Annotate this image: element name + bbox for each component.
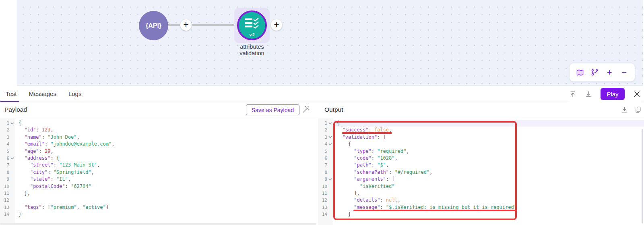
code-line[interactable]: 3 "validation": [ xyxy=(318,134,644,141)
fold-toggle-icon[interactable] xyxy=(327,178,333,181)
token: : xyxy=(372,148,377,154)
token: : xyxy=(372,155,377,161)
line-gutter: 12 xyxy=(318,197,334,204)
code-line[interactable]: 10 "isVerified" xyxy=(318,183,644,190)
token: "$.isVerified: is missing but it is requ… xyxy=(386,204,517,210)
code-line[interactable]: 2 "id": 123, xyxy=(0,127,318,133)
line-gutter: 5 xyxy=(0,148,16,155)
token: "arguments" xyxy=(354,176,386,182)
code-line[interactable]: 14 } xyxy=(318,211,644,218)
token xyxy=(336,162,354,168)
token: : xyxy=(50,176,56,182)
code-line[interactable]: 10 "postalCode": "62704" xyxy=(0,183,318,190)
line-number: 13 xyxy=(0,204,9,211)
token: , xyxy=(50,148,53,154)
token: } xyxy=(348,211,351,217)
code-line[interactable]: 6 "address": { xyxy=(0,155,318,162)
copy-icon[interactable] xyxy=(634,106,642,113)
line-gutter: 4 xyxy=(0,141,16,148)
code-line[interactable]: 1{ xyxy=(318,120,644,127)
api-node-label: {API} xyxy=(146,22,161,29)
code-line[interactable]: 2 "success": false, xyxy=(318,127,644,133)
token: }, xyxy=(24,190,30,196)
line-gutter: 6 xyxy=(318,155,334,162)
fold-toggle-icon[interactable] xyxy=(327,136,333,138)
token: , xyxy=(91,169,94,175)
code-line[interactable]: 5 "type": "required", xyxy=(318,148,644,155)
play-button[interactable]: Play xyxy=(601,88,625,100)
fold-toggle-icon[interactable] xyxy=(9,157,15,160)
line-gutter: 3 xyxy=(0,134,16,141)
fold-toggle-icon[interactable] xyxy=(327,143,333,146)
code-line[interactable]: 11 }, xyxy=(0,190,318,197)
upload-icon[interactable] xyxy=(569,90,576,98)
token: : xyxy=(45,141,50,147)
payload-code-editor[interactable]: 1{2 "id": 123,3 "name": "John Doe",4 "em… xyxy=(0,118,318,225)
token xyxy=(336,190,354,196)
git-branch-icon[interactable] xyxy=(590,69,600,76)
line-number: 9 xyxy=(318,176,327,183)
token xyxy=(336,127,342,133)
code-line[interactable]: 7 "street": "123 Main St", xyxy=(0,162,318,169)
fold-toggle-icon[interactable] xyxy=(327,122,333,125)
code-line[interactable]: 13 "tags": ["premium", "active"] xyxy=(0,204,318,211)
wand-icon[interactable] xyxy=(301,105,310,116)
token xyxy=(19,190,24,196)
code-line[interactable]: 5 "age": 29, xyxy=(0,148,318,155)
close-icon[interactable] xyxy=(633,90,641,98)
download-tray-icon[interactable] xyxy=(621,106,628,114)
token: ] xyxy=(106,204,109,210)
token: 123 xyxy=(42,127,51,133)
output-header-icons xyxy=(621,102,642,117)
code-line[interactable]: 3 "name": "John Doe", xyxy=(0,134,318,141)
zoom-out-icon[interactable]: − xyxy=(619,67,629,78)
tab-test[interactable]: Test xyxy=(6,86,17,102)
code-line[interactable]: 12 "details": null, xyxy=(318,197,644,204)
token: : { xyxy=(50,155,59,161)
save-as-payload-button[interactable]: Save as Payload xyxy=(246,104,299,115)
code-line[interactable]: 8 "city": "Springfield", xyxy=(0,169,318,176)
output-code-editor[interactable]: 1{2 "success": false,3 "validation": [4 … xyxy=(318,118,644,225)
code-line[interactable]: 14} xyxy=(0,211,318,218)
download-icon[interactable] xyxy=(585,90,592,98)
code-line[interactable]: 8 "schemaPath": "#/required", xyxy=(318,169,644,176)
code-line[interactable]: 9 "state": "IL", xyxy=(0,176,318,183)
horizontal-scrollbar[interactable] xyxy=(0,223,316,225)
token: "path" xyxy=(354,162,371,168)
map-icon[interactable] xyxy=(575,69,585,77)
code-line[interactable]: 7 "path": "$", xyxy=(318,162,644,169)
line-gutter: 14 xyxy=(318,211,334,218)
code-line[interactable]: 13 "message": "$.isVerified: is missing … xyxy=(318,204,644,211)
line-gutter: 11 xyxy=(318,190,334,197)
api-trigger-node[interactable]: {API} xyxy=(139,11,168,40)
line-number: 14 xyxy=(0,211,9,218)
token: null xyxy=(386,197,398,203)
zoom-in-icon[interactable]: + xyxy=(605,67,614,78)
token: "name" xyxy=(24,134,41,140)
tab-logs[interactable]: Logs xyxy=(68,86,82,102)
code-line[interactable]: 11 ], xyxy=(318,190,644,197)
code-line[interactable]: 9 "arguments": [ xyxy=(318,176,644,183)
token xyxy=(19,134,24,140)
workflow-canvas[interactable]: {API} + v.2 xyxy=(17,0,643,86)
tab-messages[interactable]: Messages xyxy=(29,86,56,102)
add-node-button[interactable]: + xyxy=(180,19,192,31)
validation-node-circle: v.2 xyxy=(237,10,267,40)
app-window: {API} + v.2 xyxy=(0,0,644,225)
fold-toggle-icon[interactable] xyxy=(9,122,15,125)
line-gutter: 13 xyxy=(0,204,16,211)
line-gutter: 12 xyxy=(0,197,16,204)
code-line[interactable]: 4 { xyxy=(318,141,644,148)
line-number: 10 xyxy=(0,183,9,190)
token: { xyxy=(348,141,351,147)
code-line[interactable]: 12 xyxy=(0,197,318,204)
token xyxy=(336,169,354,175)
vertical-scrollbar[interactable] xyxy=(642,129,643,223)
code-line[interactable]: 4 "email": "johndoe@example.com", xyxy=(0,141,318,148)
attributes-validation-node[interactable]: v.2 xyxy=(234,8,270,43)
token: "premium" xyxy=(51,204,77,210)
code-line[interactable]: 6 "code": "1028", xyxy=(318,155,644,162)
add-node-button[interactable]: + xyxy=(271,19,282,31)
token xyxy=(19,162,30,168)
code-line[interactable]: 1{ xyxy=(0,120,318,127)
